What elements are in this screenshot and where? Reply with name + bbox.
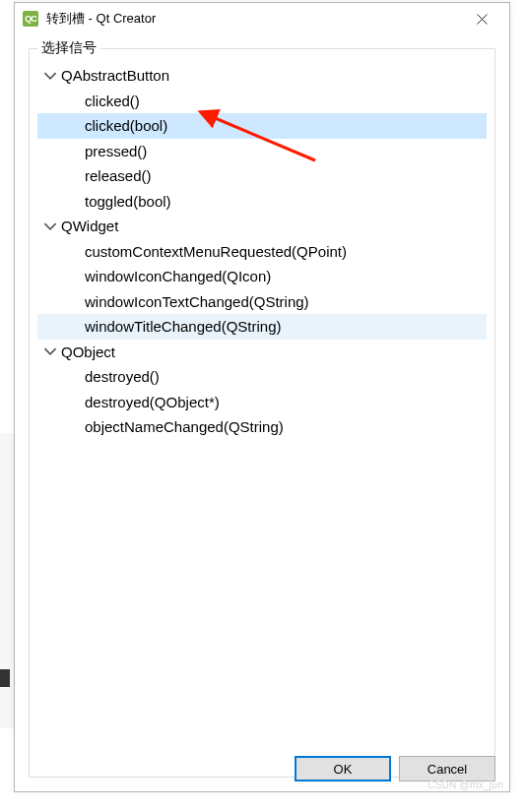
dialog-body: 选择信号 QAbstractButtonclicked()clicked(boo… <box>15 34 509 791</box>
tree-item[interactable]: toggled(bool) <box>37 189 487 215</box>
window-title: 转到槽 - Qt Creator <box>46 10 454 28</box>
dialog-window: QC 转到槽 - Qt Creator 选择信号 QAbstractButton… <box>14 2 510 792</box>
groupbox-title: 选择信号 <box>37 39 100 57</box>
tree-parent[interactable]: QWidget <box>37 214 487 239</box>
tree-item[interactable]: pressed() <box>37 139 487 164</box>
close-icon <box>477 14 488 25</box>
close-button[interactable] <box>462 4 501 33</box>
titlebar: QC 转到槽 - Qt Creator <box>15 3 509 34</box>
tree-item[interactable]: clicked() <box>37 89 487 114</box>
chevron-down-icon <box>43 344 57 358</box>
tree-parent-label: QAbstractButton <box>61 63 169 89</box>
tree-item[interactable]: destroyed() <box>37 364 487 390</box>
tree-item[interactable]: released() <box>37 163 487 189</box>
signal-groupbox: 选择信号 QAbstractButtonclicked()clicked(boo… <box>29 48 495 778</box>
ok-button[interactable]: OK <box>295 756 391 781</box>
tree-parent-label: QWidget <box>61 214 118 239</box>
tree-parent[interactable]: QAbstractButton <box>37 63 487 89</box>
tree-item[interactable]: destroyed(QObject*) <box>37 390 487 415</box>
tree-parent-label: QObject <box>61 340 115 365</box>
tree-item[interactable]: objectNameChanged(QString) <box>37 414 487 440</box>
watermark: CSDN @mx_jun <box>427 780 503 790</box>
tree-item[interactable]: clicked(bool) <box>37 113 487 139</box>
chevron-down-icon <box>43 219 57 233</box>
tree-item[interactable]: windowTitleChanged(QString) <box>37 314 487 340</box>
tree-item[interactable]: customContextMenuRequested(QPoint) <box>37 239 487 265</box>
tree-parent[interactable]: QObject <box>37 340 487 365</box>
cancel-button[interactable]: Cancel <box>399 756 495 781</box>
chevron-down-icon <box>43 69 57 83</box>
button-row: OK Cancel <box>295 756 495 781</box>
app-icon: QC <box>23 11 38 27</box>
signal-tree[interactable]: QAbstractButtonclicked()clicked(bool)pre… <box>37 63 487 440</box>
tree-item[interactable]: windowIconTextChanged(QString) <box>37 289 487 315</box>
tree-item[interactable]: windowIconChanged(QIcon) <box>37 264 487 289</box>
